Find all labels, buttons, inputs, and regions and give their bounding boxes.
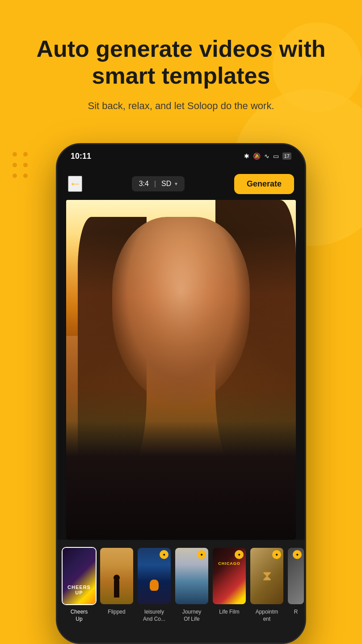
- template-label-r: R: [294, 609, 298, 616]
- template-item-flipped[interactable]: Flipped: [99, 547, 134, 616]
- badge-star-icon: ✦: [162, 552, 166, 557]
- appointment-thumb-bg: ⧗ ✦: [250, 548, 283, 604]
- template-item-journey-of-life[interactable]: ✦ JourneyOf Life: [174, 547, 209, 623]
- main-photo-area: [66, 200, 296, 540]
- battery-icon: ▭: [273, 153, 279, 160]
- badge-star-icon-5: ✦: [295, 552, 299, 557]
- r-thumb-bg: ✦: [288, 548, 304, 604]
- leisurely-thumb-bg: ✦: [138, 548, 171, 604]
- header-section: Auto generate videos with smart template…: [0, 36, 362, 112]
- template-label-cheers-up: CheersUp: [71, 609, 88, 623]
- battery-percent-icon: 17: [282, 153, 291, 160]
- cheers-thumb-bg: CHEERSUP: [63, 548, 96, 604]
- shoulders-layer: [66, 421, 296, 540]
- dropdown-arrow-icon: ▾: [175, 181, 177, 187]
- template-thumb-r[interactable]: ✦: [287, 547, 305, 605]
- appointment-badge: ✦: [272, 550, 281, 559]
- status-bar: 10:11 ✱ 🔕 ∿ ▭ 17: [57, 144, 305, 168]
- person-silhouette-body: [114, 580, 119, 597]
- template-label-life-film: Life Film: [219, 609, 239, 616]
- bluetooth-icon: ✱: [244, 153, 249, 160]
- template-strip: CHEERSUP CheersUp Flipped: [57, 540, 305, 643]
- template-thumb-leisurely[interactable]: ✦: [137, 547, 172, 605]
- dot-grid-decoration: [13, 152, 29, 180]
- journey-thumb-bg: ✦: [175, 548, 208, 604]
- leisurely-badge: ✦: [160, 550, 168, 559]
- template-label-leisurely: leisurelyAnd Co...: [143, 609, 165, 623]
- ratio-divider: |: [154, 180, 156, 188]
- lifefilm-thumb-bg: CHICAGO ✦: [213, 548, 246, 604]
- template-label-journey-of-life: JourneyOf Life: [182, 609, 202, 623]
- wifi-icon: ∿: [264, 153, 269, 160]
- badge-star-icon-2: ✦: [200, 552, 203, 557]
- template-thumb-flipped[interactable]: [99, 547, 134, 605]
- back-button[interactable]: ←: [68, 176, 82, 192]
- hourglass-icon: ⧗: [262, 568, 272, 584]
- phone-frame: 10:11 ✱ 🔕 ∿ ▭ 17 ← 3:4 | SD ▾ Generate: [56, 143, 306, 644]
- template-item-appointment[interactable]: ⧗ ✦ Appointment: [249, 547, 284, 623]
- main-title: Auto generate videos with smart template…: [27, 36, 335, 89]
- mute-icon: 🔕: [253, 153, 261, 160]
- subtitle: Sit back, relax, and let Soloop do the w…: [27, 100, 335, 112]
- phone-mockup: 10:11 ✱ 🔕 ∿ ▭ 17 ← 3:4 | SD ▾ Generate: [56, 143, 306, 644]
- ratio-label: 3:4: [139, 180, 149, 188]
- status-time: 10:11: [71, 152, 91, 161]
- badge-star-icon-3: ✦: [237, 552, 241, 557]
- template-thumb-cheers-up[interactable]: CHEERSUP: [62, 547, 97, 605]
- template-item-life-film[interactable]: CHICAGO ✦ Life Film: [212, 547, 247, 616]
- quality-label: SD: [161, 180, 171, 188]
- lifefilm-badge: ✦: [235, 550, 244, 559]
- cheers-thumb-text: CHEERSUP: [63, 585, 96, 595]
- journey-badge: ✦: [197, 550, 206, 559]
- generate-button[interactable]: Generate: [234, 174, 294, 194]
- status-icons: ✱ 🔕 ∿ ▭ 17: [244, 153, 291, 160]
- template-thumb-life-film[interactable]: CHICAGO ✦: [212, 547, 247, 605]
- template-item-cheers-up[interactable]: CHEERSUP CheersUp: [62, 547, 97, 623]
- chicago-thumb-text: CHICAGO: [213, 561, 246, 566]
- badge-star-icon-4: ✦: [275, 552, 278, 557]
- ratio-selector[interactable]: 3:4 | SD ▾: [132, 176, 185, 191]
- template-item-leisurely[interactable]: ✦ leisurelyAnd Co...: [137, 547, 172, 623]
- lantern-icon: [150, 580, 159, 591]
- flipped-thumb-bg: [100, 548, 133, 604]
- r-badge: ✦: [293, 550, 302, 559]
- template-label-flipped: Flipped: [108, 609, 125, 616]
- template-label-appointment: Appointment: [256, 609, 278, 623]
- template-thumb-appointment[interactable]: ⧗ ✦: [249, 547, 284, 605]
- template-item-r[interactable]: ✦ R: [287, 547, 305, 616]
- template-thumb-journey-of-life[interactable]: ✦: [174, 547, 209, 605]
- app-toolbar: ← 3:4 | SD ▾ Generate: [57, 168, 305, 200]
